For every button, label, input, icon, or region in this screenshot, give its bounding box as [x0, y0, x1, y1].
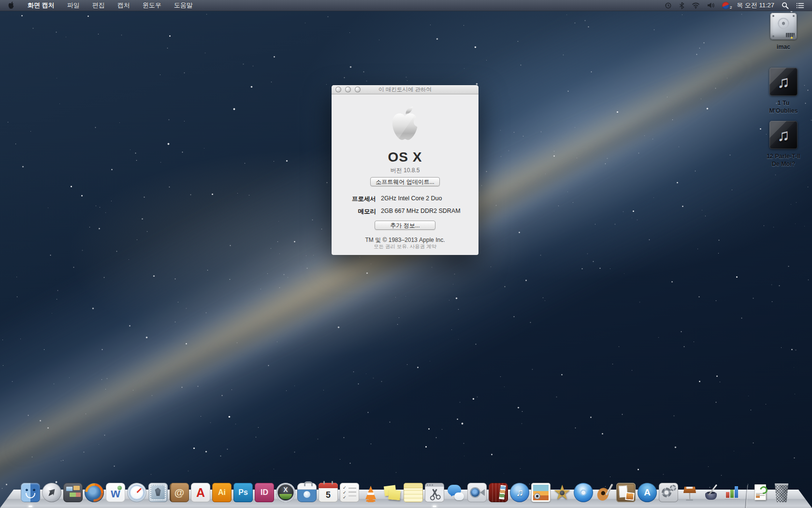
dock-icon-messages[interactable]: [446, 483, 465, 502]
dock-icon-app-store[interactable]: A: [638, 483, 657, 502]
menu-bar: 화면 캡처파일편집캡처윈도우도움말 2 목 오전 11:27: [0, 0, 812, 11]
contacts-icon: @: [170, 483, 189, 502]
firefox-icon: [85, 483, 104, 502]
window-body: OS X 버전 10.8.5 소프트웨어 업데이트... 프로세서 2GHz I…: [332, 94, 478, 255]
w-document-app-glyph: w: [106, 483, 125, 502]
desktop-icon-label: M'Oublies: [769, 107, 798, 114]
dock-icon-reminders[interactable]: [340, 483, 359, 502]
memory-value: 2GB 667 MHz DDR2 SDRAM: [381, 208, 478, 216]
dock-items: w@AAiPsIDX5A: [21, 479, 791, 502]
dock-icon-photo-booth[interactable]: [489, 483, 508, 502]
menu-item-app-name[interactable]: 화면 캡처: [21, 1, 61, 9]
dock-icon-mail[interactable]: [148, 483, 168, 502]
dock-icon-numbers[interactable]: [723, 483, 742, 502]
dock-icon-garageband[interactable]: [595, 483, 614, 502]
zoom-button[interactable]: [355, 87, 361, 92]
notes-icon: [404, 483, 423, 502]
bluetooth-icon[interactable]: [679, 2, 684, 9]
dock-icon-indesign[interactable]: ID: [255, 483, 274, 502]
dock-icon-xbmc[interactable]: X: [276, 483, 295, 502]
vlc-icon: [361, 483, 380, 502]
audio-file-icon: [769, 68, 798, 96]
dock-icon-adobe-reader[interactable]: A: [191, 483, 210, 502]
imovie-icon: [552, 483, 572, 502]
close-button[interactable]: [335, 87, 341, 92]
processor-value: 2GHz Intel Core 2 Duo: [381, 195, 478, 203]
dock-icon-trash[interactable]: [772, 483, 791, 502]
photoshop-icon: Ps: [233, 483, 253, 502]
idvd-icon: [574, 483, 593, 502]
dock-icon-finder[interactable]: [21, 483, 40, 502]
facetime-icon: [467, 483, 487, 502]
stickies-icon: [382, 483, 402, 502]
dock-icon-keynote[interactable]: [680, 483, 699, 502]
volume-icon[interactable]: [707, 2, 715, 9]
apple-menu[interactable]: [0, 1, 21, 10]
dock-icon-iweb[interactable]: [616, 483, 636, 502]
about-this-mac-window: 이 매킨토시에 관하여: [332, 85, 478, 255]
dock-icon-launchpad[interactable]: [42, 483, 61, 502]
dock-icon-idvd[interactable]: [574, 483, 593, 502]
dock-icon-imovie[interactable]: [552, 483, 572, 502]
numbers-icon: [723, 483, 742, 502]
wifi-icon[interactable]: [692, 2, 700, 9]
dock-icon-itunes[interactable]: [510, 483, 529, 502]
menu-item-윈도우[interactable]: 윈도우: [136, 1, 168, 9]
dock-icon-stickies[interactable]: [382, 483, 402, 502]
menu-item-캡처[interactable]: 캡처: [111, 1, 136, 9]
menu-bar-clock[interactable]: 목 오전 11:27: [737, 0, 774, 11]
launchpad-icon: [42, 483, 61, 502]
dock-icon-pages[interactable]: [701, 483, 721, 502]
iweb-icon: [616, 483, 636, 502]
desktop-icon-label: 1 Tu: [778, 100, 790, 106]
desktop-icon-label: 12 Parle-T-Il: [767, 153, 800, 160]
time-machine-icon[interactable]: [665, 2, 672, 9]
desktop-icon-12-parle-t-il-de-moi[interactable]: 12 Parle-T-IlDe Moi?: [766, 121, 801, 167]
xbmc-glyph: X: [276, 483, 295, 502]
spotlight-icon[interactable]: [782, 2, 789, 9]
dock-icon-toast[interactable]: [297, 483, 317, 502]
software-update-button[interactable]: 소프트웨어 업데이트...: [370, 177, 440, 186]
dock-icon-mission-control[interactable]: [63, 483, 83, 502]
memory-row: 메모리 2GB 667 MHz DDR2 SDRAM: [332, 208, 478, 216]
input-source-korean-flag[interactable]: 2: [722, 1, 730, 10]
apple-logo-icon: [8, 1, 14, 10]
dock-icon-documents-stack[interactable]: [751, 483, 770, 502]
dock-icon-notes[interactable]: [404, 483, 423, 502]
dock-icon-w-document-app[interactable]: w: [106, 483, 125, 502]
iphoto-icon: [531, 483, 551, 502]
contacts-glyph: @: [170, 483, 189, 502]
menu-item-도움말[interactable]: 도움말: [168, 1, 199, 9]
indesign-icon: ID: [255, 483, 274, 502]
more-info-button[interactable]: 추가 정보...: [375, 221, 435, 230]
notification-center-icon[interactable]: [796, 2, 804, 9]
dock-icon-facetime[interactable]: [467, 483, 487, 502]
safari-icon: [127, 483, 146, 502]
dock-icon-calendar[interactable]: 5: [319, 483, 338, 502]
mail-icon: [148, 483, 168, 502]
dock-icon-firefox[interactable]: [85, 483, 104, 502]
dock-icon-iphoto[interactable]: [531, 483, 551, 502]
os-name: OS X: [332, 149, 478, 165]
menu-item-파일[interactable]: 파일: [61, 1, 86, 9]
dock-icon-safari[interactable]: [127, 483, 146, 502]
dock-icon-vlc[interactable]: [361, 483, 380, 502]
dock-icon-grab[interactable]: [425, 483, 444, 502]
running-indicator: [433, 506, 436, 507]
desktop-icon-label: De Moi?: [772, 161, 796, 167]
window-title: 이 매킨토시에 관하여: [332, 86, 478, 93]
minimize-button[interactable]: [345, 87, 351, 92]
dock-icon-illustrator[interactable]: Ai: [212, 483, 232, 502]
toast-icon: [297, 483, 317, 502]
running-indicator: [29, 506, 32, 507]
w-document-app-icon: w: [106, 483, 125, 502]
desktop-icon-1-tu-m-oublies[interactable]: 1 TuM'Oublies: [766, 68, 801, 114]
apple-logo: [389, 106, 421, 146]
dock-icon-system-preferences[interactable]: [659, 483, 678, 502]
dock-icon-contacts[interactable]: @: [170, 483, 189, 502]
dock-separator: [744, 479, 749, 502]
dock-icon-photoshop[interactable]: Ps: [233, 483, 253, 502]
desktop-icon-imac[interactable]: imac: [766, 13, 801, 50]
menu-item-편집[interactable]: 편집: [86, 1, 111, 9]
window-title-bar[interactable]: 이 매킨토시에 관하여: [332, 85, 478, 94]
